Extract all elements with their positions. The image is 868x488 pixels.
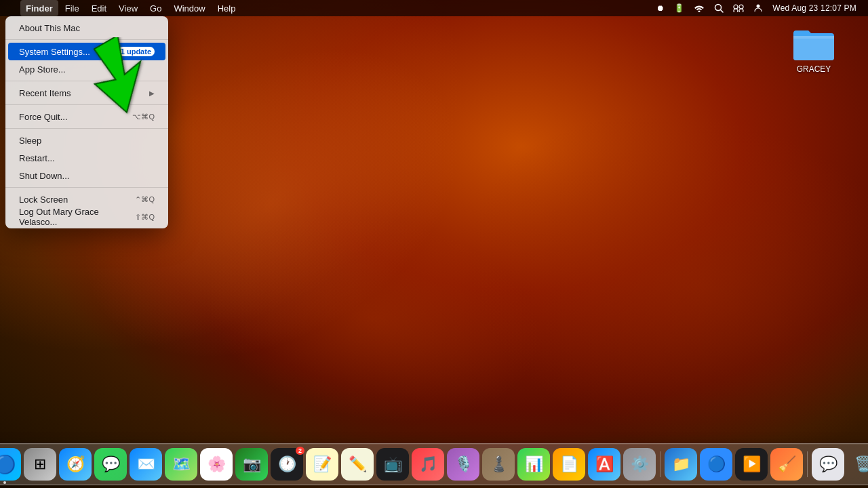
separator-1 xyxy=(5,39,168,40)
lock-screen-item[interactable]: Lock Screen ⌃⌘Q xyxy=(8,190,165,208)
screen-record-status[interactable]: ⏺ xyxy=(653,0,668,16)
dock-podcasts[interactable]: 🎙️ xyxy=(447,448,479,481)
edit-menu-item[interactable]: Edit xyxy=(86,0,112,16)
force-quit-label: Force Quit... xyxy=(19,112,68,122)
datetime[interactable]: Wed Aug 23 12:07 PM xyxy=(769,0,860,16)
system-settings-label: System Settings... xyxy=(19,47,90,57)
folder-label: GRACEY xyxy=(797,64,831,74)
log-out-label: Log Out Mary Grace Velasco... xyxy=(19,207,135,227)
view-menu-item[interactable]: View xyxy=(113,0,143,16)
dock-freeform[interactable]: ✏️ xyxy=(341,448,374,481)
apple-menu-button[interactable] xyxy=(5,0,19,16)
apple-dropdown: About This Mac System Settings... 1 upda… xyxy=(5,16,168,228)
finder-menu-item[interactable]: Finder xyxy=(20,0,58,16)
log-out-item[interactable]: Log Out Mary Grace Velasco... ⇧⌘Q xyxy=(8,208,165,226)
force-quit-item[interactable]: Force Quit... ⌥⌘Q xyxy=(8,108,165,125)
svg-point-5 xyxy=(739,9,743,12)
dock-pages[interactable]: 📄 xyxy=(553,448,585,481)
dock-safari[interactable]: 🧭 xyxy=(59,448,92,481)
separator-2 xyxy=(5,81,168,81)
menu-bar-right: ⏺ 🔋 xyxy=(653,0,868,16)
shut-down-item[interactable]: Shut Down... xyxy=(8,167,165,184)
svg-line-1 xyxy=(721,10,724,13)
dock-finder[interactable]: 🔵 xyxy=(0,448,21,481)
log-out-shortcut: ⇧⌘Q xyxy=(135,213,155,222)
dock-cleaner[interactable]: 🧹 xyxy=(770,448,803,481)
lock-screen-label: Lock Screen xyxy=(19,195,68,205)
dock-facetime[interactable]: 📷 xyxy=(235,448,268,481)
dock-folder[interactable]: 📁 xyxy=(665,448,697,481)
dock-music[interactable]: 🎵 xyxy=(412,448,444,481)
help-menu-item[interactable]: Help xyxy=(212,0,241,16)
recent-items-chevron: ▶ xyxy=(149,89,155,97)
go-menu-item[interactable]: Go xyxy=(144,0,167,16)
dock-launchpad[interactable]: ⊞ xyxy=(24,448,56,481)
dock-chess[interactable]: ♟️ xyxy=(482,448,515,481)
force-quit-shortcut: ⌥⌘Q xyxy=(132,113,155,121)
menu-bar: Finder File Edit View Go Window Help ⏺ 🔋 xyxy=(0,0,868,16)
recent-items-label: Recent Items xyxy=(19,88,71,98)
separator-5 xyxy=(5,187,168,188)
user-icon[interactable] xyxy=(750,0,766,16)
separator-4 xyxy=(5,128,168,129)
separator-3 xyxy=(5,104,168,105)
control-center-button[interactable] xyxy=(730,0,747,16)
dock-appletv[interactable]: 📺 xyxy=(376,448,409,481)
dock-maps[interactable]: 🗺️ xyxy=(165,448,197,481)
dock-mail[interactable]: ✉️ xyxy=(130,448,162,481)
svg-point-4 xyxy=(734,9,738,12)
dock-numbers[interactable]: 📊 xyxy=(517,448,550,481)
dock-zoom[interactable]: 🔵 xyxy=(700,448,732,481)
dock-separator xyxy=(660,451,660,477)
battery-status[interactable]: 🔋 xyxy=(671,0,688,16)
shut-down-label: Shut Down... xyxy=(19,171,69,181)
dock-appstore[interactable]: 🅰️ xyxy=(588,448,620,481)
dock-messages[interactable]: 💬 xyxy=(94,448,127,481)
dock-chat[interactable]: 💬 xyxy=(812,448,844,481)
dock-quicktime[interactable]: ▶️ xyxy=(735,448,768,481)
dock-systemprefs[interactable]: ⚙️ xyxy=(623,448,656,481)
system-settings-badge: 1 update xyxy=(117,47,155,56)
dock-clock[interactable]: 🕐 2 xyxy=(271,448,303,481)
wifi-status[interactable] xyxy=(690,0,708,16)
dock-photos[interactable]: 🌸 xyxy=(200,448,233,481)
menu-bar-left: Finder File Edit View Go Window Help xyxy=(0,0,241,16)
app-store-label: App Store... xyxy=(19,64,66,75)
svg-point-6 xyxy=(757,5,760,8)
window-menu-item[interactable]: Window xyxy=(168,0,210,16)
dock-notes[interactable]: 📝 xyxy=(306,448,338,481)
svg-point-2 xyxy=(734,5,738,9)
folder-graphic xyxy=(792,24,835,62)
spotlight-button[interactable] xyxy=(711,0,727,16)
desktop-folder-icon[interactable]: GRACEY xyxy=(787,24,841,74)
sleep-item[interactable]: Sleep xyxy=(8,131,165,149)
about-this-mac-label: About This Mac xyxy=(19,23,80,33)
system-settings-item[interactable]: System Settings... 1 update xyxy=(8,43,165,60)
restart-item[interactable]: Restart... xyxy=(8,149,165,167)
svg-point-3 xyxy=(739,5,743,9)
desktop: Finder File Edit View Go Window Help ⏺ 🔋 xyxy=(0,0,868,488)
about-this-mac-item[interactable]: About This Mac xyxy=(8,19,165,37)
app-store-item[interactable]: App Store... xyxy=(8,60,165,78)
dock: 🔵 ⊞ 🧭 💬 ✉️ 🗺️ 🌸 📷 🕐 2 📝 ✏️ 📺 🎵 🎙️ xyxy=(0,443,868,485)
sleep-label: Sleep xyxy=(19,136,41,146)
lock-screen-shortcut: ⌃⌘Q xyxy=(135,195,155,204)
restart-label: Restart... xyxy=(19,153,55,163)
dock-separator-2 xyxy=(807,451,808,477)
file-menu-item[interactable]: File xyxy=(60,0,85,16)
recent-items-item[interactable]: Recent Items ▶ xyxy=(8,84,165,102)
dock-trash[interactable]: 🗑️ xyxy=(847,448,868,481)
